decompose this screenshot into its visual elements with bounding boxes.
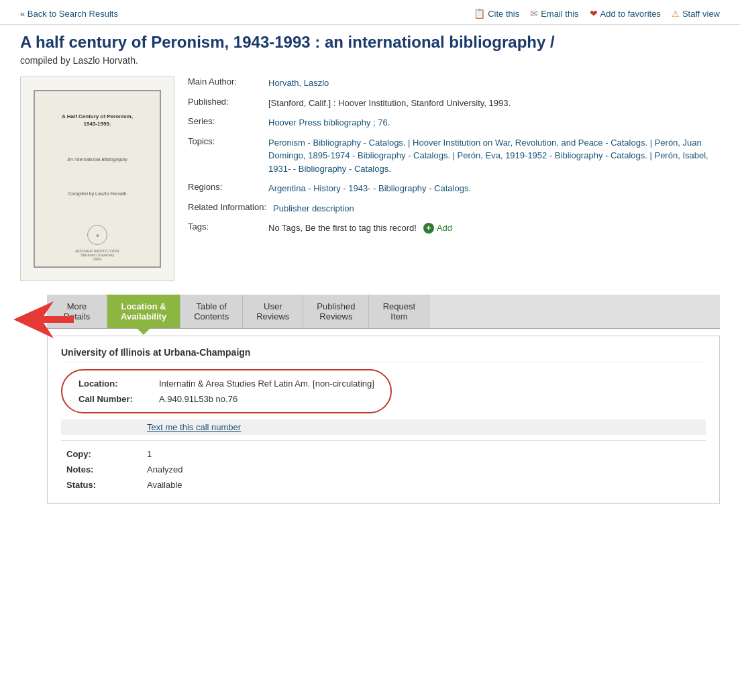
status-label: Status:	[61, 477, 142, 493]
call-number-row: Call Number: A.940.91L53b no.76	[73, 391, 380, 407]
series-link[interactable]: Hoover Press bibliography ; 76.	[268, 117, 390, 128]
record-details: A Half Century of Peronism,1943-1993: An…	[20, 77, 720, 281]
tags-label: Tags:	[188, 221, 268, 232]
svg-marker-0	[13, 301, 74, 338]
related-info-row: Related Information: Publisher descripti…	[188, 202, 720, 215]
related-info-label: Related Information:	[188, 202, 273, 212]
cover-author: Compiled by Laszlo Horvath	[68, 191, 127, 196]
location-row: Location: Internatin & Area Studies Ref …	[73, 376, 380, 391]
cover-seal: ⊕	[87, 225, 107, 245]
email-button[interactable]: ✉ Email this	[530, 8, 578, 19]
main-author-row: Main Author: Horvath, Laszlo	[188, 77, 720, 90]
location-highlight-oval: Location: Internatin & Area Studies Ref …	[61, 369, 392, 413]
tabs-container: More Details Location & Availability Tab…	[20, 295, 720, 504]
favorites-button[interactable]: ❤ Add to favorites	[590, 8, 661, 19]
staff-view-button[interactable]: ⚠ Staff view	[672, 9, 720, 19]
call-number-label: Call Number:	[73, 391, 154, 407]
tab-user-reviews[interactable]: User Reviews	[243, 295, 303, 328]
record-title: A half century of Peronism, 1943-1993 : …	[20, 32, 720, 52]
add-tag-label: Add	[437, 223, 452, 233]
regions-label: Regions:	[188, 182, 268, 192]
topics-row: Topics: Peronism - Bibliography - Catalo…	[188, 136, 720, 176]
series-value: Hoover Press bibliography ; 76.	[268, 116, 720, 130]
published-label: Published:	[188, 97, 268, 107]
metadata-table: Main Author: Horvath, Laszlo Published: …	[188, 77, 720, 281]
book-cover: A Half Century of Peronism,1943-1993: An…	[20, 77, 174, 281]
main-author-link[interactable]: Horvath, Laszlo	[268, 78, 329, 88]
tags-container: No Tags, Be the first to tag this record…	[268, 221, 720, 235]
topics-label: Topics:	[188, 136, 268, 146]
back-to-search-link[interactable]: Back to Search Results	[20, 9, 118, 19]
tabs-row: More Details Location & Availability Tab…	[47, 295, 720, 329]
regions-row: Regions: Argentina - History - 1943- - B…	[188, 182, 720, 195]
topics-link[interactable]: Peronism - Bibliography - Catalogs. | Ho…	[268, 138, 708, 174]
main-author-value: Horvath, Laszlo	[268, 77, 720, 90]
tab-request-item[interactable]: Request Item	[369, 295, 429, 328]
related-info-value: Publisher description	[273, 202, 720, 215]
email-icon: ✉	[530, 8, 538, 19]
cover-title: A Half Century of Peronism,1943-1993:	[62, 113, 133, 128]
text-me-link[interactable]: Text me this call number	[147, 422, 241, 432]
cite-button[interactable]: 📋 Cite this	[474, 8, 519, 19]
location-value: Internatin & Area Studies Ref Latin Am. …	[154, 376, 380, 391]
status-row: Status: Available	[61, 477, 706, 493]
topics-value: Peronism - Bibliography - Catalogs. | Ho…	[268, 136, 720, 176]
copy-value: 1	[142, 446, 706, 462]
series-label: Series:	[188, 116, 268, 126]
location-institution: University of Illinois at Urbana-Champai…	[61, 347, 706, 362]
text-me-row: Text me this call number	[61, 419, 706, 435]
tags-value: No Tags, Be the first to tag this record…	[268, 221, 720, 235]
copy-row: Copy: 1	[61, 446, 706, 462]
cover-subtitle: An International Bibliography	[67, 157, 127, 162]
copy-details-table: Copy: 1 Notes: Analyzed Status: Availabl…	[61, 446, 706, 493]
location-details-table: Location: Internatin & Area Studies Ref …	[73, 376, 380, 407]
cover-publisher: HOOVER INSTITUTIONStanford University199…	[75, 249, 119, 261]
tab-table-of-contents[interactable]: Table of Contents	[180, 295, 243, 328]
copy-label: Copy:	[61, 446, 142, 462]
tab-location-availability[interactable]: Location & Availability	[107, 295, 180, 328]
series-row: Series: Hoover Press bibliography ; 76.	[188, 116, 720, 130]
text-me-cell: Text me this call number	[142, 419, 706, 435]
regions-link[interactable]: Argentina - History - 1943- - Bibliograp…	[268, 183, 471, 193]
notes-label: Notes:	[61, 462, 142, 477]
tab-published-reviews[interactable]: Published Reviews	[303, 295, 369, 328]
add-tag-icon: +	[423, 223, 434, 234]
regions-value: Argentina - History - 1943- - Bibliograp…	[268, 182, 720, 195]
status-value: Available	[142, 477, 706, 493]
related-info-link[interactable]: Publisher description	[273, 203, 354, 213]
warning-icon: ⚠	[672, 9, 680, 19]
no-tags-text: No Tags, Be the first to tag this record…	[268, 221, 417, 235]
published-row: Published: [Stanford, Calif.] : Hoover I…	[188, 97, 720, 110]
toolbar-actions: 📋 Cite this ✉ Email this ❤ Add to favori…	[474, 8, 720, 19]
tags-row: Tags: No Tags, Be the first to tag this …	[188, 221, 720, 235]
tab-content-location: University of Illinois at Urbana-Champai…	[47, 336, 720, 504]
text-me-table: Text me this call number	[61, 419, 706, 435]
published-value: [Stanford, Calif.] : Hoover Institution,…	[268, 97, 720, 110]
top-bar: Back to Search Results 📋 Cite this ✉ Ema…	[0, 0, 740, 25]
notes-row: Notes: Analyzed	[61, 462, 706, 477]
main-author-label: Main Author:	[188, 77, 268, 87]
red-arrow	[13, 301, 74, 340]
notes-value: Analyzed	[142, 462, 706, 477]
main-content: A half century of Peronism, 1943-1993 : …	[0, 25, 740, 517]
call-number-value: A.940.91L53b no.76	[154, 391, 380, 407]
record-subtitle: compiled by Laszlo Horvath.	[20, 55, 720, 66]
add-tag-button[interactable]: + Add	[423, 223, 452, 234]
book-cover-inner: A Half Century of Peronism,1943-1993: An…	[34, 90, 161, 268]
heart-icon: ❤	[590, 8, 598, 19]
cite-icon: 📋	[474, 8, 485, 19]
location-label: Location:	[73, 376, 154, 391]
